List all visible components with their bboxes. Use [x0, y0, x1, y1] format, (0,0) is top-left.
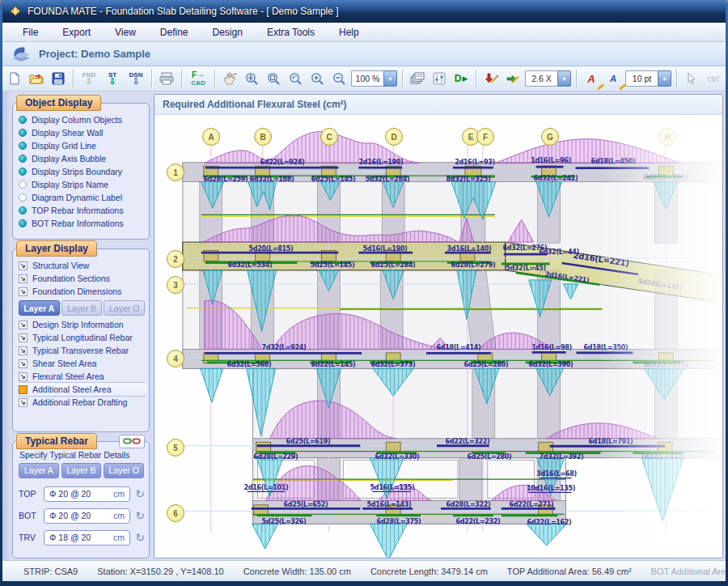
canvas-title: Required Additional Flexural Steel (cm²) — [163, 99, 347, 110]
layer-icon — [19, 321, 28, 329]
layer-display-item[interactable]: Design Strip Information — [19, 318, 146, 331]
zoom-in-button[interactable] — [307, 69, 327, 89]
title-bar[interactable]: FOUNDA MATE - Foundation Slab Detailing … — [2, 0, 726, 23]
dsn-run-button[interactable]: DSN⇩ — [125, 69, 146, 89]
font-edit-button[interactable]: A — [603, 69, 623, 89]
typical-rebar-row: TOPΦ 20 @ 20cm↻ — [19, 483, 146, 505]
grid-bubble-1: 1 — [167, 163, 184, 181]
open-project-button[interactable] — [27, 69, 46, 89]
rebar-label: 6d32(L=390) — [529, 362, 574, 368]
layer-tabs: Layer ALayer BLayer O — [19, 300, 145, 316]
layer-display-item[interactable]: Flexural Steel Area — [19, 370, 146, 383]
menu-item-export[interactable]: Export — [50, 23, 103, 41]
tab-layer-o[interactable]: Layer O — [104, 300, 145, 316]
rebar-label: 6d25(L=652) — [284, 502, 328, 508]
rebar-label: 6d18(L=414) — [437, 345, 481, 351]
save-button[interactable] — [49, 69, 68, 89]
layer-display-item[interactable]: Structural View — [19, 259, 146, 272]
canvas-title-bar: Required Additional Flexural Steel (cm²) — [154, 95, 722, 115]
object-display-item[interactable]: BOT Rebar Informations — [19, 217, 146, 230]
diagram-scale-edit-button[interactable] — [503, 69, 523, 89]
grid-bubble-d: D — [385, 128, 403, 146]
grid-bubble-5: 5 — [167, 439, 184, 456]
object-display-item[interactable]: TOP Rebar Informations — [19, 204, 146, 217]
object-display-item[interactable]: Diagram Dynamic Label — [19, 191, 146, 204]
rebar-spec-input-top[interactable]: Φ 20 @ 20cm — [44, 486, 130, 502]
toolbar-hint-text: ctrl — [707, 74, 719, 83]
layer-display-item[interactable]: Typical Longitudinal Rebar — [19, 331, 146, 344]
refresh-icon[interactable]: ↻ — [133, 531, 146, 544]
link-layers-button[interactable] — [119, 435, 145, 448]
refresh-icon[interactable]: ↻ — [133, 509, 146, 522]
object-display-item[interactable]: Display Shear Wall — [19, 126, 146, 139]
fnd-run-button[interactable]: FND⇩ — [78, 69, 99, 89]
rebar-spec-input-trv[interactable]: Φ 18 @ 20cm — [44, 530, 130, 546]
new-file-button[interactable] — [5, 69, 24, 89]
foundation-plan-view[interactable]: ABCDEFGH123456 6d22(L=924)2d16(L=190)2d1… — [154, 115, 722, 558]
display-settings-button[interactable] — [430, 69, 449, 89]
toggle-circle-icon — [19, 193, 27, 202]
tab-layer-b[interactable]: Layer B — [61, 300, 103, 316]
layer-display-item[interactable]: Additional Steel Area — [19, 383, 146, 396]
run-diagram-button[interactable]: D▶ — [451, 69, 471, 89]
typical-rebar-row: BOTΦ 20 @ 20cm↻ — [19, 505, 146, 527]
rebar-label: 8d32(L=325) — [447, 176, 491, 183]
select-cursor-icon[interactable] — [682, 69, 701, 89]
object-display-item[interactable]: Display Grid Line — [19, 139, 146, 152]
toggle-circle-icon — [19, 219, 27, 227]
layer-display-item[interactable]: Additional Rebar Drafting — [19, 396, 146, 409]
rebar-label: 6d28(L=279) — [451, 262, 496, 269]
status-top-additional-area: TOP Additional Area: 56.49 cm² — [507, 567, 632, 576]
font-style-button[interactable]: A — [582, 69, 601, 89]
tab-layer-a[interactable]: Layer A — [19, 300, 60, 316]
rebar-tab-layer-b[interactable]: Layer B — [61, 463, 102, 478]
export-to-cad-button[interactable]: F→CAD — [187, 69, 210, 89]
layer-icon — [19, 261, 28, 270]
typical-rebar-panel: Typical Rebar Specify Typical Rebar Deta… — [12, 441, 150, 558]
layers-button[interactable] — [408, 69, 427, 89]
font-size-dropdown[interactable]: 10 pt▼ — [625, 70, 671, 87]
object-display-panel: Object Display Display Column ObjectsDis… — [12, 103, 150, 240]
toolbar-separator — [151, 70, 152, 87]
menu-item-extra-tools[interactable]: Extra Tools — [255, 23, 327, 41]
rebar-label: 6d22(L=322) — [446, 439, 490, 445]
toggle-circle-icon — [19, 116, 27, 124]
rebar-label: 6d25(L=619) — [286, 439, 331, 445]
menu-item-design[interactable]: Design — [201, 23, 255, 41]
layer-display-item[interactable]: Shear Steel Area — [19, 357, 146, 370]
refresh-icon[interactable]: ↻ — [133, 487, 146, 500]
status-concrete-width: Concrete Width: 135.00 cm — [243, 567, 351, 576]
zoom-window-button[interactable] — [264, 69, 283, 89]
layer-display-item[interactable]: Typical Transverse Rebar — [19, 344, 146, 357]
st-run-button[interactable]: ST⇩ — [102, 69, 123, 89]
rebar-label: 1d16(L=96) — [531, 158, 571, 164]
zoom-out-button[interactable] — [329, 69, 349, 89]
menu-item-help[interactable]: Help — [327, 23, 371, 41]
layer-icon — [19, 346, 28, 355]
object-display-item[interactable]: Display Axis Bubble — [19, 152, 146, 165]
object-display-item[interactable]: Display Column Objects — [19, 113, 146, 126]
rebar-tab-layer-a[interactable]: Layer A — [19, 463, 59, 478]
rebar-label: 5d16(L=143) — [367, 502, 412, 508]
layer-display-item[interactable]: Foundation Sections — [19, 272, 146, 285]
menu-item-file[interactable]: File — [11, 23, 50, 41]
menu-item-view[interactable]: View — [103, 23, 148, 41]
toggle-circle-icon — [19, 206, 27, 214]
layer-display-item[interactable]: Foundation Dimensions — [19, 285, 146, 298]
grid-bubble-h: H — [658, 128, 676, 146]
zoom-level-dropdown[interactable]: 100 %▼ — [351, 70, 397, 87]
rebar-spec-input-bot[interactable]: Φ 20 @ 20cm — [44, 508, 130, 524]
pan-tool-button[interactable]: + — [220, 69, 239, 89]
down-arrow-icon: ⇩ — [86, 78, 92, 86]
zoom-extents-button[interactable] — [242, 69, 261, 89]
rebar-tab-layer-o[interactable]: Layer O — [104, 463, 144, 478]
zoom-previous-button[interactable]: ↶ — [286, 69, 305, 89]
menu-item-define[interactable]: Define — [148, 23, 201, 41]
object-display-item[interactable]: Display Strips Name — [19, 178, 146, 191]
print-button[interactable] — [157, 69, 176, 89]
diagram-scale-dropdown[interactable]: 2.6 X▼ — [525, 70, 571, 87]
diagram-scale-down-button[interactable] — [481, 69, 501, 89]
object-display-item[interactable]: Display Strips Boundary — [19, 165, 146, 178]
toolbar-separator — [476, 70, 476, 87]
rebar-label: 6d32(L=242) — [534, 176, 578, 182]
